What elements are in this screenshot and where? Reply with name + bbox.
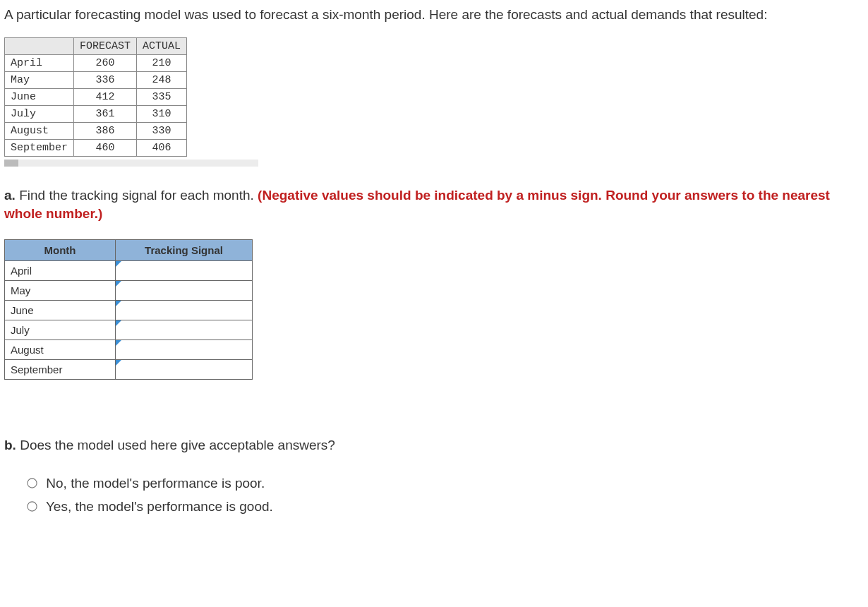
radio-yes[interactable] [27, 501, 37, 511]
answer-row: June [5, 300, 253, 320]
option-no-label: No, the model's performance is poor. [46, 476, 265, 491]
tracking-signal-input-april[interactable] [116, 262, 252, 279]
month-cell: July [5, 105, 74, 122]
question-b-prefix: b. [4, 438, 16, 452]
answer-input-cell[interactable] [116, 339, 253, 359]
table-row: April 260 210 [5, 54, 187, 71]
answer-row: April [5, 260, 253, 280]
forecast-data-table: FORECAST ACTUAL April 260 210 May 336 24… [4, 37, 187, 157]
data-header-actual: ACTUAL [137, 37, 187, 54]
horizontal-scrollbar[interactable] [4, 160, 258, 167]
month-cell: September [5, 139, 74, 156]
answer-month-cell: April [5, 260, 116, 280]
month-cell: June [5, 88, 74, 105]
option-no[interactable]: No, the model's performance is poor. [24, 474, 864, 493]
tracking-signal-input-september[interactable] [116, 361, 252, 378]
answer-month-cell: August [5, 339, 116, 359]
forecast-cell: 260 [74, 54, 137, 71]
data-header-blank [5, 37, 74, 54]
question-a-prefix: a. [4, 188, 16, 203]
question-a-text: Find the tracking signal for each month. [16, 188, 258, 203]
tracking-signal-input-may[interactable] [116, 282, 252, 299]
tracking-signal-table: Month Tracking Signal April May June Jul… [4, 239, 253, 380]
month-cell: April [5, 54, 74, 71]
forecast-cell: 361 [74, 105, 137, 122]
answer-month-cell: May [5, 280, 116, 300]
answer-month-cell: September [5, 359, 116, 379]
answer-month-cell: June [5, 300, 116, 320]
forecast-cell: 412 [74, 88, 137, 105]
answer-month-cell: July [5, 320, 116, 339]
tracking-signal-input-august[interactable] [116, 341, 252, 358]
answer-input-cell[interactable] [116, 320, 253, 339]
answer-header-tracking: Tracking Signal [116, 239, 253, 260]
tracking-signal-input-june[interactable] [116, 301, 252, 318]
actual-cell: 310 [137, 105, 187, 122]
data-header-forecast: FORECAST [74, 37, 137, 54]
answer-row: May [5, 280, 253, 300]
answer-row: July [5, 320, 253, 339]
actual-cell: 335 [137, 88, 187, 105]
actual-cell: 330 [137, 122, 187, 139]
tracking-signal-input-july[interactable] [116, 321, 252, 338]
month-cell: August [5, 122, 74, 139]
answer-row: August [5, 339, 253, 359]
question-b: b. Does the model used here give accepta… [4, 436, 864, 455]
forecast-cell: 386 [74, 122, 137, 139]
question-b-text: Does the model used here give acceptable… [16, 438, 335, 452]
question-a: a. Find the tracking signal for each mon… [4, 186, 864, 224]
table-row: August 386 330 [5, 122, 187, 139]
option-yes[interactable]: Yes, the model's performance is good. [24, 498, 864, 517]
actual-cell: 248 [137, 71, 187, 88]
forecast-cell: 336 [74, 71, 137, 88]
option-yes-label: Yes, the model's performance is good. [46, 499, 273, 514]
answer-header-month: Month [5, 239, 116, 260]
answer-row: September [5, 359, 253, 379]
actual-cell: 210 [137, 54, 187, 71]
table-row: May 336 248 [5, 71, 187, 88]
table-row: June 412 335 [5, 88, 187, 105]
options-group: No, the model's performance is poor. Yes… [24, 474, 864, 516]
answer-input-cell[interactable] [116, 300, 253, 320]
answer-input-cell[interactable] [116, 280, 253, 300]
table-row: July 361 310 [5, 105, 187, 122]
actual-cell: 406 [137, 139, 187, 156]
month-cell: May [5, 71, 74, 88]
table-row: September 460 406 [5, 139, 187, 156]
intro-text: A particular forecasting model was used … [4, 6, 864, 25]
forecast-cell: 460 [74, 139, 137, 156]
answer-input-cell[interactable] [116, 260, 253, 280]
radio-no[interactable] [27, 479, 37, 488]
answer-input-cell[interactable] [116, 359, 253, 379]
